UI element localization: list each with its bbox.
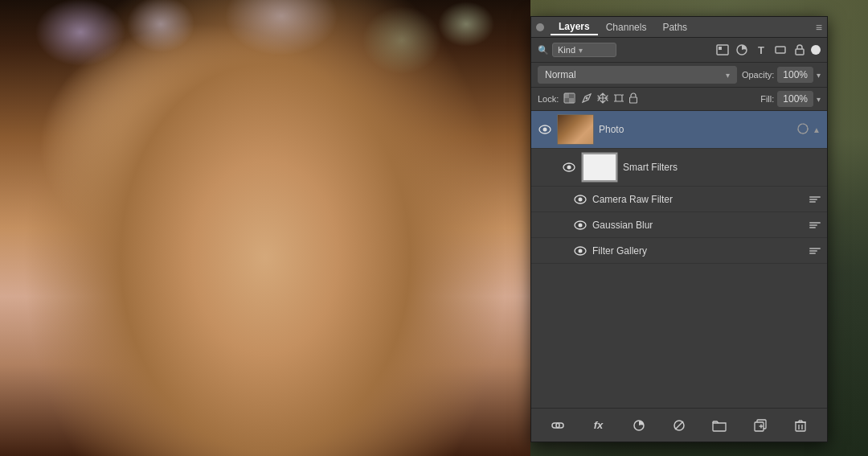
kind-icon-smart[interactable] [792, 42, 808, 58]
toolbar-delete-btn[interactable] [789, 414, 812, 437]
layer-smart-filters[interactable]: Smart Filters [531, 149, 827, 187]
tab-layers[interactable]: Layers [551, 19, 598, 35]
kind-icon-type[interactable]: T [753, 42, 769, 58]
close-button[interactable] [536, 23, 544, 31]
lock-all-btn[interactable] [629, 92, 637, 106]
filter-camera-raw[interactable]: Camera Raw Filter [531, 187, 827, 212]
lock-icons [563, 92, 637, 106]
lock-artboard-btn[interactable] [613, 92, 624, 106]
layer-smartfilters-name: Smart Filters [623, 162, 821, 173]
svg-rect-32 [796, 422, 805, 431]
kind-icon-pixel[interactable] [714, 42, 731, 58]
svg-rect-1 [719, 47, 722, 50]
blend-row: Normal ▾ Opacity: 100% ▾ [531, 63, 827, 88]
flowers-overlay [0, 0, 530, 145]
panel-body: 🔍 Kind ▾ [531, 38, 827, 442]
filter-camera-raw-settings[interactable] [809, 196, 821, 203]
layer-effect-icon[interactable] [796, 122, 809, 138]
filter-gallery-visibility[interactable] [573, 244, 588, 258]
svg-line-27 [675, 421, 683, 429]
layer-photo-name: Photo [599, 124, 792, 135]
svg-point-14 [543, 128, 547, 132]
blend-mode-select[interactable]: Normal ▾ [538, 66, 737, 84]
lock-position-btn[interactable] [597, 92, 608, 106]
kind-chevron: ▾ [579, 46, 583, 55]
opacity-label: Opacity: [742, 70, 774, 80]
svg-point-22 [579, 223, 583, 227]
filter-gaussian-blur-settings[interactable] [809, 222, 821, 228]
svg-rect-12 [630, 97, 637, 103]
kind-icon-adjustment[interactable] [734, 42, 750, 58]
svg-rect-5 [564, 93, 569, 98]
opacity-chevron: ▾ [817, 71, 821, 80]
fill-chevron: ▾ [817, 95, 821, 104]
layer-chevron-up[interactable]: ▲ [813, 125, 821, 134]
layer-smartfilters-visibility[interactable] [562, 160, 576, 175]
kind-select[interactable]: Kind ▾ [552, 43, 616, 57]
lock-label: Lock: [538, 94, 559, 104]
svg-point-24 [579, 249, 583, 253]
opacity-group: Opacity: 100% ▾ [742, 67, 821, 83]
layers-panel: Layers Channels Paths ≡ 🔍 Kind ▾ [530, 16, 828, 442]
tab-channels[interactable]: Channels [598, 20, 655, 35]
svg-rect-7 [564, 98, 569, 103]
blend-mode-value: Normal [545, 69, 576, 80]
svg-point-20 [579, 197, 583, 201]
panel-tabs: Layers Channels Paths [551, 19, 816, 35]
svg-rect-11 [616, 95, 622, 101]
toolbar-adjustment-btn[interactable] [628, 414, 650, 437]
filter-gaussian-blur-name: Gaussian Blur [592, 220, 805, 231]
filter-gaussian-blur[interactable]: Gaussian Blur [531, 212, 827, 238]
white-dot [811, 45, 821, 55]
layer-photo-actions: ▲ [796, 122, 821, 138]
svg-rect-4 [796, 49, 804, 55]
kind-icons: T [714, 42, 821, 58]
toolbar-new-layer-btn[interactable] [749, 414, 772, 437]
toolbar-group-btn[interactable] [708, 414, 731, 437]
opacity-value[interactable]: 100% [777, 67, 813, 83]
fill-label: Fill: [760, 94, 774, 104]
fx-label: fx [594, 419, 604, 431]
svg-point-10 [586, 97, 588, 99]
layer-photo-visibility[interactable] [538, 122, 552, 137]
search-icon: 🔍 [538, 45, 549, 55]
blend-chevron: ▾ [726, 71, 730, 80]
panel-title-bar: Layers Channels Paths ≡ [531, 17, 827, 38]
panel-menu-icon[interactable]: ≡ [816, 21, 822, 34]
layer-smartfilters-thumb [581, 152, 618, 183]
toolbar-mask-btn[interactable] [668, 414, 690, 437]
layer-photo-thumb [557, 114, 594, 145]
fill-group: Fill: 100% ▾ [760, 91, 821, 107]
lock-transparent-btn[interactable] [563, 92, 576, 106]
svg-rect-8 [569, 98, 574, 103]
filter-gaussian-blur-visibility[interactable] [573, 218, 588, 232]
svg-rect-6 [569, 93, 574, 98]
filter-gallery[interactable]: Filter Gallery [531, 238, 827, 264]
lock-image-btn[interactable] [581, 92, 592, 106]
filter-camera-raw-visibility[interactable] [573, 192, 588, 207]
svg-rect-3 [776, 47, 785, 53]
filter-gallery-name: Filter Gallery [592, 245, 805, 257]
fill-value[interactable]: 100% [777, 91, 813, 107]
layer-photo[interactable]: Photo ▲ [531, 111, 827, 149]
kind-row: 🔍 Kind ▾ [531, 38, 827, 63]
layers-list: Photo ▲ [531, 111, 827, 408]
svg-point-18 [567, 166, 571, 170]
filter-camera-raw-name: Camera Raw Filter [592, 194, 805, 205]
filter-gallery-settings[interactable] [809, 248, 821, 254]
kind-icon-shape[interactable] [772, 42, 788, 58]
panel-toolbar: fx [531, 408, 827, 442]
toolbar-fx-btn[interactable]: fx [587, 414, 609, 437]
toolbar-link-btn[interactable] [547, 414, 569, 437]
kind-label: Kind [558, 45, 575, 55]
lock-row: Lock: [531, 88, 827, 111]
tab-paths[interactable]: Paths [654, 20, 695, 35]
